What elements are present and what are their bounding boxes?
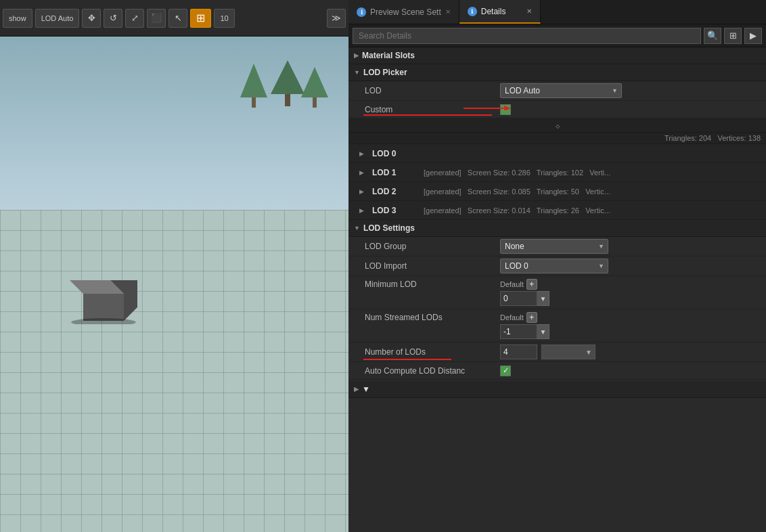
- lod1-vertices: Verti...: [589, 169, 610, 177]
- min-lod-plus-btn[interactable]: +: [526, 279, 537, 290]
- lod0-info-bar: Triangles: 204 Vertices: 138: [348, 133, 766, 144]
- scale-icon[interactable]: ⤢: [125, 9, 144, 28]
- min-lod-inner: Minimum LOD Default +: [365, 279, 761, 290]
- svg-rect-1: [252, 97, 256, 108]
- tab-bar: ℹ Preview Scene Sett ✕ ℹ Details ✕: [348, 0, 766, 24]
- material-slots-header[interactable]: Material Slots: [348, 47, 766, 64]
- min-lod-label: Minimum LOD: [365, 280, 500, 289]
- min-lod-input[interactable]: [500, 291, 537, 306]
- custom-property-label: Custom: [365, 105, 500, 114]
- lod-group-label: LOD Group: [365, 242, 500, 251]
- tab-details[interactable]: ℹ Details ✕: [459, 0, 541, 24]
- lod-property-value: LOD Auto LOD 0 LOD 1 LOD 2 LOD 3: [500, 83, 761, 98]
- filter-row: ⬦: [348, 118, 766, 133]
- min-lod-input-row: ▼: [365, 291, 549, 306]
- lod3-expand-icon: ▶: [359, 207, 364, 214]
- cursor-icon[interactable]: ↖: [168, 9, 187, 28]
- auto-compute-checkbox[interactable]: ✓: [500, 365, 511, 376]
- num-field[interactable]: 10: [214, 9, 234, 28]
- lod-dropdown[interactable]: LOD Auto LOD 0 LOD 1 LOD 2 LOD 3: [500, 83, 622, 98]
- search-input[interactable]: [353, 28, 701, 44]
- num-streamed-spin[interactable]: ▼: [537, 324, 549, 339]
- show-button[interactable]: show: [3, 9, 32, 28]
- custom-checkbox[interactable]: ✓: [500, 104, 511, 115]
- num-streamed-inner: Num Streamed LODs Default +: [365, 312, 761, 323]
- lod-group-value: None Small Medium Large: [500, 239, 761, 254]
- num-streamed-default-label: Default: [500, 313, 524, 322]
- svg-marker-6: [83, 294, 124, 321]
- lod-picker-label: LOD Picker: [363, 68, 407, 77]
- custom-property-row: Custom ✓: [348, 101, 766, 118]
- lod-group-row: LOD Group None Small Medium Large: [348, 237, 766, 257]
- min-lod-spin[interactable]: ▼: [537, 291, 549, 306]
- num-lods-input[interactable]: [500, 345, 537, 359]
- svg-rect-3: [285, 94, 290, 106]
- custom-annotation-line: [363, 114, 492, 116]
- lod2-label: LOD 2: [372, 187, 420, 196]
- lod2-generated: [generated]: [424, 187, 461, 196]
- lod3-generated: [generated]: [424, 206, 461, 215]
- search-button[interactable]: 🔍: [704, 28, 721, 44]
- num-streamed-input-row: ▼: [365, 324, 549, 339]
- cube-icon[interactable]: ⬛: [147, 9, 166, 28]
- viewport-panel: show LOD Auto ✥ ↺ ⤢ ⬛ ↖ ⊞ 10 ≫: [0, 0, 348, 532]
- lod-group-dropdown-wrap: None Small Medium Large: [500, 239, 608, 254]
- lod2-row[interactable]: ▶ LOD 2 [generated] Screen Size: 0.085 T…: [348, 182, 766, 201]
- lod1-screensize: Screen Size: 0.286: [468, 169, 531, 177]
- bottom-section[interactable]: ▼: [348, 381, 766, 398]
- tab-preview-label: Preview Scene Sett: [370, 7, 441, 17]
- tab-details-close[interactable]: ✕: [526, 7, 532, 15]
- lod1-row[interactable]: ▶ LOD 1 [generated] Screen Size: 0.286 T…: [348, 163, 766, 182]
- num-lods-slider-area[interactable]: ▼: [541, 345, 595, 359]
- svg-marker-0: [240, 64, 267, 97]
- lod0-label: LOD 0: [372, 149, 420, 158]
- lod-import-row: LOD Import LOD 0 LOD 1 LOD 2 LOD 3: [348, 257, 766, 276]
- layout-button[interactable]: ⊞: [724, 28, 742, 44]
- lod0-row[interactable]: ▶ LOD 0: [348, 144, 766, 163]
- num-lods-spin-icon: ▼: [585, 349, 592, 356]
- lod2-meta: [generated] Screen Size: 0.085 Triangles…: [424, 187, 761, 196]
- svg-marker-4: [301, 67, 328, 97]
- num-streamed-input[interactable]: [500, 324, 537, 339]
- lod-picker-header[interactable]: LOD Picker: [348, 64, 766, 81]
- lod1-triangles: Triangles: 102: [537, 169, 583, 177]
- lod3-row[interactable]: ▶ LOD 3 [generated] Screen Size: 0.014 T…: [348, 201, 766, 220]
- num-lods-label: Number of LODs: [365, 347, 500, 357]
- search-bar: 🔍 ⊞ ▶: [348, 24, 766, 47]
- 3d-box: [63, 263, 144, 324]
- lod-import-dropdown[interactable]: LOD 0 LOD 1 LOD 2 LOD 3: [500, 259, 608, 273]
- lod-property-label: LOD: [365, 86, 500, 95]
- lod-auto-button[interactable]: LOD Auto: [35, 9, 80, 28]
- scene-trees: [233, 57, 328, 118]
- lod-group-dropdown[interactable]: None Small Medium Large: [500, 239, 608, 254]
- lod3-meta: [generated] Screen Size: 0.014 Triangles…: [424, 206, 761, 215]
- lod-settings-label: LOD Settings: [363, 223, 415, 233]
- tab-preview-icon: ℹ: [357, 7, 366, 17]
- lod-property-row: LOD LOD Auto LOD 0 LOD 1 LOD 2 LOD 3: [348, 81, 766, 101]
- lod-dropdown-wrap: LOD Auto LOD 0 LOD 1 LOD 2 LOD 3: [500, 83, 622, 98]
- lod3-label: LOD 3: [372, 206, 420, 215]
- viewport-toolbar: show LOD Auto ✥ ↺ ⤢ ⬛ ↖ ⊞ 10 ≫: [0, 0, 348, 37]
- lod1-label: LOD 1: [372, 168, 420, 177]
- num-streamed-plus-btn[interactable]: +: [526, 312, 537, 323]
- num-streamed-value-area: Default +: [500, 312, 761, 323]
- tab-preview[interactable]: ℹ Preview Scene Sett ✕: [348, 0, 459, 24]
- svg-rect-5: [313, 97, 317, 108]
- lod-import-value: LOD 0 LOD 1 LOD 2 LOD 3: [500, 259, 761, 273]
- lod3-triangles: Triangles: 26: [537, 206, 579, 215]
- lod3-vertices: Vertic...: [585, 206, 610, 215]
- more-button[interactable]: ▶: [744, 28, 762, 44]
- tab-preview-close[interactable]: ✕: [445, 8, 451, 16]
- lod-import-label: LOD Import: [365, 261, 500, 271]
- lod0-expand-icon: ▶: [359, 150, 364, 157]
- move-icon[interactable]: ✥: [82, 9, 101, 28]
- lod-settings-header[interactable]: LOD Settings: [348, 220, 766, 237]
- lod-import-dropdown-wrap: LOD 0 LOD 1 LOD 2 LOD 3: [500, 259, 608, 273]
- auto-compute-row: Auto Compute LOD Distanc ✓: [348, 362, 766, 380]
- rotate-icon[interactable]: ↺: [104, 9, 122, 28]
- lod1-generated: [generated]: [424, 169, 461, 177]
- expand-icon[interactable]: ≫: [327, 9, 346, 28]
- viewport-ground: [0, 210, 348, 532]
- grid-view-button[interactable]: ⊞: [190, 9, 211, 28]
- auto-compute-value: ✓: [500, 365, 761, 376]
